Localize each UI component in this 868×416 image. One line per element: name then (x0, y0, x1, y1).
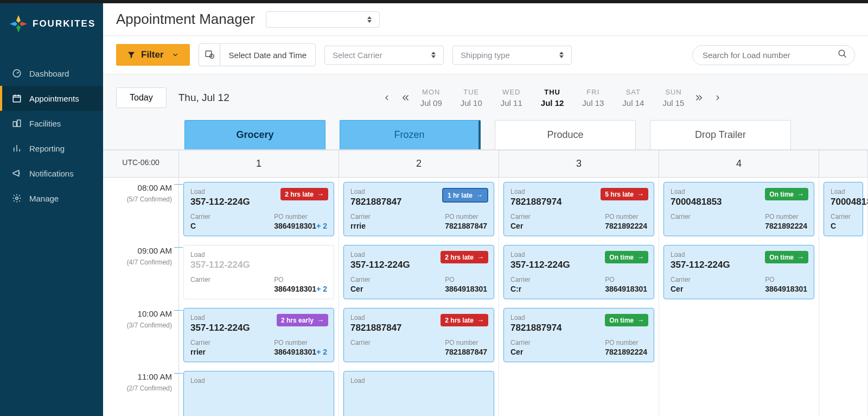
day-mon[interactable]: MONJul 09 (420, 88, 442, 108)
schedule-cell: Load 700048185 Carrier C (819, 178, 868, 241)
dock-col-5 (819, 150, 868, 177)
day-fri[interactable]: FRIJul 13 (582, 88, 604, 108)
appointment-card[interactable]: 1 hr late→ Load 7821887847 Carrier rrrie… (343, 182, 494, 236)
day-sat[interactable]: SATJul 14 (622, 88, 644, 108)
tab-grocery[interactable]: Grocery (184, 120, 326, 149)
status-badge: 2 hrs late→ (441, 314, 488, 326)
appointment-card[interactable]: Load (343, 371, 494, 416)
logo: FOURKITES (0, 3, 103, 45)
appointment-card[interactable]: On time→ Load 357-112-224G Carrier Cer P… (663, 245, 814, 299)
status-badge: 1 hr late→ (442, 188, 488, 203)
shipping-label: Shipping type (461, 51, 510, 60)
arrow-right-icon: → (637, 316, 644, 324)
next-double-icon[interactable] (694, 93, 704, 103)
appointment-card[interactable]: On time→ Load 7000481853 Carrier PO numb… (663, 182, 814, 236)
sidebar: FOURKITES Dashboard Appointments Facilit… (0, 3, 103, 416)
schedule-cell: 2 hrs late→ Load 357-112-224G Carrier Ce… (339, 241, 499, 304)
tab-produce[interactable]: Produce (495, 120, 636, 149)
appointment-card[interactable]: 2 hrs late→ Load 357-112-224G Carrier Ce… (343, 245, 494, 299)
day-wed[interactable]: WEDJul 11 (501, 88, 522, 108)
status-badge: 5 hrs late→ (601, 188, 648, 200)
sidebar-item-facilities[interactable]: Facilities (0, 111, 103, 136)
schedule-cell: 2 hrs early→ Load 357-112-224G Carrier r… (179, 304, 339, 367)
calendar-icon (12, 93, 22, 103)
appointment-card[interactable]: On time→ Load 357-112-224G Carrier C:r P… (503, 245, 654, 299)
schedule-cell (499, 367, 659, 416)
carrier-value: C (190, 222, 210, 230)
sidebar-item-reporting[interactable]: Reporting (0, 136, 103, 161)
po-label: PO number (605, 339, 647, 346)
day-tue[interactable]: TUEJul 10 (461, 88, 482, 108)
svg-marker-2 (16, 25, 21, 33)
carrier-value: rrrie (350, 222, 371, 230)
carrier-label: Carrier (510, 339, 531, 346)
schedule-grid: 08:00 AM(5/7 Confirmed) 2 hrs late→ Load… (103, 178, 868, 416)
current-date: Thu, Jul 12 (178, 92, 229, 104)
next-single-icon[interactable] (713, 93, 722, 102)
po-value: 7821887847 (445, 348, 487, 356)
po-label: PO (605, 276, 647, 283)
gear-icon (12, 193, 22, 203)
appointment-card[interactable]: 2 hrs early→ Load 357-112-224G Carrier r… (183, 308, 334, 362)
sidebar-item-notifications[interactable]: Notifications (0, 161, 103, 186)
sidebar-item-dashboard[interactable]: Dashboard (0, 61, 103, 86)
schedule-cell: On time→ Load 357-112-224G Carrier Cer P… (659, 241, 819, 304)
arrow-right-icon: → (797, 253, 804, 261)
appointment-card[interactable]: On time→ Load 7821887974 Carrier Cer PO … (503, 308, 654, 362)
sidebar-item-appointments[interactable]: Appointments (0, 86, 103, 111)
time-label: 10:00 AM (103, 309, 172, 318)
days: MONJul 09 TUEJul 10 WEDJul 11 THUJul 12 … (420, 88, 685, 108)
carrier-value: Cer (671, 285, 691, 293)
appointment-card[interactable]: Load 700048185 Carrier C (824, 182, 863, 236)
appointment-card[interactable]: Load 357-112-224G Carrier PO 3864918301+… (183, 245, 334, 299)
appointment-card[interactable]: 2 hrs late→ Load 357-112-224G Carrier C … (183, 182, 334, 236)
status-badge: On time→ (605, 251, 648, 263)
prev-double-icon[interactable] (401, 93, 411, 103)
megaphone-icon (12, 168, 22, 178)
today-button[interactable]: Today (116, 87, 167, 108)
filter-button[interactable]: Filter (116, 44, 190, 66)
po-value: 7821892224 (605, 222, 647, 230)
top-selector[interactable] (266, 11, 380, 28)
schedule-cell: 1 hr late→ Load 7821887847 Carrier rrrie… (339, 178, 499, 241)
date-row: Today Thu, Jul 12 MONJul 09 TUEJul 10 WE… (116, 87, 855, 108)
po-label: PO (445, 276, 487, 283)
time-label: 09:00 AM (103, 246, 172, 255)
day-sun[interactable]: SUNJul 15 (662, 88, 684, 108)
chevron-down-icon (171, 51, 179, 59)
date-time-select[interactable]: Select Date and Time (199, 43, 316, 66)
load-label: Load (831, 188, 856, 196)
po-label: PO number (605, 213, 647, 220)
page-title: Appointment Manager (116, 11, 255, 28)
appointment-card[interactable]: 5 hrs late→ Load 7821887974 Carrier Cer … (503, 182, 654, 236)
appointment-card[interactable]: 2 hrs late→ Load 7821887847 Carrier PO n… (343, 308, 494, 362)
carrier-value: Cer (510, 222, 531, 230)
load-number: 357-112-224G (190, 260, 327, 270)
sidebar-item-manage[interactable]: Manage (0, 186, 103, 211)
day-thu[interactable]: THUJul 12 (541, 88, 564, 108)
load-label: Load (350, 377, 487, 385)
schedule-cell: On time→ Load 357-112-224G Carrier C:r P… (499, 241, 659, 304)
schedule-cell: 2 hrs late→ Load 357-112-224G Carrier C … (179, 178, 339, 241)
prev-single-icon[interactable] (382, 93, 391, 102)
load-number: 700048185 (831, 197, 856, 207)
shipping-type-select[interactable]: Shipping type (452, 46, 572, 65)
funnel-icon (127, 51, 136, 59)
svg-rect-6 (13, 122, 16, 127)
carrier-select[interactable]: Select Carrier (324, 46, 444, 65)
schedule-cell (819, 241, 868, 304)
appointment-card[interactable]: Load (183, 371, 334, 416)
arrow-right-icon: → (477, 316, 484, 324)
tab-drop-trailer[interactable]: Drop Trailer (650, 120, 791, 149)
tab-frozen[interactable]: Frozen (340, 120, 481, 149)
carrier-value: rrier (190, 348, 210, 356)
arrow-right-icon: → (317, 190, 324, 198)
search-input[interactable] (692, 45, 855, 65)
time-cell: 09:00 AM(4/7 Confirmed) (103, 241, 179, 304)
carrier-value: C (831, 222, 851, 230)
dashboard-icon (12, 68, 22, 78)
column-header-row: UTC-06:00 1 2 3 4 (103, 150, 868, 178)
po-value: 7821892224 (765, 222, 807, 230)
carrier-label: Carrier (190, 276, 210, 283)
po-value: 7821887847 (445, 222, 487, 230)
